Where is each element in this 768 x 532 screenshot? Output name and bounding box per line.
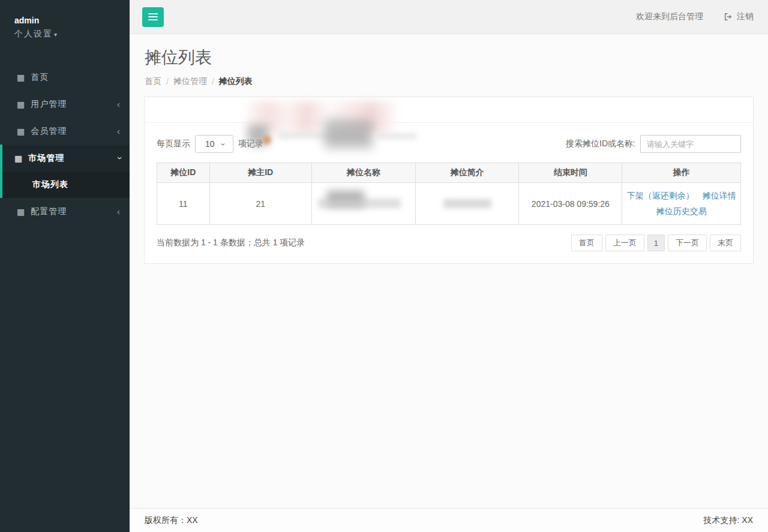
stall-table: 摊位ID 摊主ID 摊位名称 摊位简介 结束时间 操作 11 2 xyxy=(157,163,741,225)
caret-down-icon: ▾ xyxy=(54,31,57,38)
per-page-prefix: 每页显示 xyxy=(157,139,190,149)
breadcrumb: 首页 / 摊位管理 / 摊位列表 xyxy=(145,76,754,87)
top-navbar: 欢迎来到后台管理 注销 xyxy=(130,0,768,34)
logout-button[interactable]: 注销 xyxy=(724,11,754,22)
welcome-text: 欢迎来到后台管理 xyxy=(636,11,703,22)
cell-actions: 下架（返还剩余）摊位详情 摊位历史交易 xyxy=(622,183,741,225)
pagination-last-button[interactable]: 末页 xyxy=(710,235,741,251)
col-header-actions: 操作 xyxy=(622,163,741,183)
user-panel: admin 个人设置▾ xyxy=(0,0,130,46)
page-title: 摊位列表 xyxy=(145,46,754,69)
chevron-left-icon: ‹ xyxy=(117,99,120,109)
table-header-row: 摊位ID 摊主ID 摊位名称 摊位简介 结束时间 操作 xyxy=(157,163,741,183)
user-settings-label: 个人设置 xyxy=(14,29,53,38)
sidebar-item-label: 首页 xyxy=(31,72,120,83)
grid-icon: ▦ xyxy=(17,73,25,82)
sidebar-item-config-management[interactable]: ▦ 配置管理 ‹ xyxy=(0,198,130,225)
support-text: 技术支持: XX xyxy=(704,515,753,526)
sidebar-item-user-management[interactable]: ▦ 用户管理 ‹ xyxy=(0,91,130,118)
grid-icon: ▦ xyxy=(17,207,25,217)
main-area: 欢迎来到后台管理 注销 摊位列表 首页 / 摊位管理 / 摊位列 xyxy=(130,0,768,532)
sidebar: admin 个人设置▾ ▦ 首页 ▦ 用户管理 ‹ ▦ 会员管理 ‹ ▦ xyxy=(0,0,130,532)
sidebar-item-member-management[interactable]: ▦ 会员管理 ‹ xyxy=(0,118,130,145)
action-history-link[interactable]: 摊位历史交易 xyxy=(656,206,707,216)
pagination-prev-button[interactable]: 上一页 xyxy=(605,235,644,251)
page-footer: 版权所有：XX 技术支持: XX xyxy=(130,508,768,532)
sidebar-toggle-button[interactable] xyxy=(142,7,164,27)
page-content: 摊位列表 首页 / 摊位管理 / 摊位列表 xyxy=(130,34,768,508)
chevron-down-icon: ‹ xyxy=(113,157,124,160)
grid-icon: ▦ xyxy=(17,127,25,136)
col-header-stall-name: 摊位名称 xyxy=(311,163,415,183)
pagination-first-button[interactable]: 首页 xyxy=(571,235,602,251)
sidebar-item-label: 市场列表 xyxy=(32,179,120,190)
sidebar-submenu: 市场列表 xyxy=(2,172,130,198)
search-label: 搜索摊位ID或名称: xyxy=(566,139,635,149)
stall-list-card: 每页显示 10 ‹ 项记录 搜索摊位ID或名称: xyxy=(144,97,754,264)
per-page-control: 每页显示 10 ‹ 项记录 xyxy=(157,135,263,153)
chevron-down-icon: ‹ xyxy=(217,143,226,145)
breadcrumb-separator: / xyxy=(212,77,214,86)
sidebar-item-label: 用户管理 xyxy=(31,99,117,110)
per-page-select[interactable]: 10 ‹ xyxy=(195,135,233,153)
pagination-next-button[interactable]: 下一页 xyxy=(668,235,707,251)
user-settings-dropdown[interactable]: 个人设置▾ xyxy=(14,29,130,40)
censored-blur xyxy=(327,191,364,207)
table-toolbar: 每页显示 10 ‹ 项记录 搜索摊位ID或名称: xyxy=(157,135,741,153)
table-footer: 当前数据为 1 - 1 条数据；总共 1 项记录 首页 上一页 1 下一页 末页 xyxy=(157,235,741,251)
side-menu: ▦ 首页 ▦ 用户管理 ‹ ▦ 会员管理 ‹ ▦ 市场管理 ‹ xyxy=(0,64,130,225)
pagination-page-1-button[interactable]: 1 xyxy=(647,235,665,251)
pagination: 首页 上一页 1 下一页 末页 xyxy=(571,235,741,251)
chevron-left-icon: ‹ xyxy=(117,206,120,217)
action-stall-detail-link[interactable]: 摊位详情 xyxy=(703,191,736,200)
sidebar-item-label: 会员管理 xyxy=(31,126,117,137)
sidebar-item-market-list[interactable]: 市场列表 xyxy=(2,172,130,198)
sidebar-active-section: ▦ 市场管理 ‹ 市场列表 xyxy=(0,145,130,198)
grid-icon: ▦ xyxy=(14,154,22,163)
records-summary: 当前数据为 1 - 1 条数据；总共 1 项记录 xyxy=(157,238,305,248)
sidebar-item-label: 市场管理 xyxy=(28,153,117,164)
col-header-owner-id: 摊主ID xyxy=(209,163,311,183)
sign-out-icon xyxy=(724,13,733,21)
logout-label: 注销 xyxy=(737,11,754,22)
chevron-left-icon: ‹ xyxy=(117,126,120,136)
cell-stall-id: 11 xyxy=(157,183,210,225)
card-header xyxy=(145,97,753,123)
breadcrumb-current: 摊位列表 xyxy=(219,76,253,87)
copyright-text: 版权所有：XX xyxy=(145,515,198,526)
page-header: 摊位列表 首页 / 摊位管理 / 摊位列表 xyxy=(130,34,768,87)
censored-blur xyxy=(318,199,401,208)
table-row: 11 21 2021-03-08 09:59:26 xyxy=(157,183,741,225)
per-page-suffix: 项记录 xyxy=(238,139,263,149)
navbar-right: 欢迎来到后台管理 注销 xyxy=(636,11,754,22)
sidebar-item-home[interactable]: ▦ 首页 xyxy=(0,64,130,91)
search-control: 搜索摊位ID或名称: xyxy=(566,135,741,153)
breadcrumb-separator: / xyxy=(166,77,169,86)
sidebar-item-label: 配置管理 xyxy=(31,206,117,217)
cell-end-time: 2021-03-08 09:59:26 xyxy=(519,183,622,225)
cell-stall-intro xyxy=(416,183,519,225)
col-header-stall-id: 摊位ID xyxy=(157,163,210,183)
grid-icon: ▦ xyxy=(17,100,25,109)
per-page-value: 10 xyxy=(205,139,215,149)
username: admin xyxy=(14,16,130,25)
cell-stall-name xyxy=(311,183,415,225)
search-input[interactable] xyxy=(640,135,741,153)
breadcrumb-home[interactable]: 首页 xyxy=(145,76,161,87)
cell-owner-id: 21 xyxy=(209,183,311,225)
col-header-end-time: 结束时间 xyxy=(519,163,622,183)
action-take-down-link[interactable]: 下架（返还剩余） xyxy=(627,191,694,200)
breadcrumb-stall-management[interactable]: 摊位管理 xyxy=(173,76,207,87)
col-header-stall-intro: 摊位简介 xyxy=(416,163,519,183)
admin-app: admin 个人设置▾ ▦ 首页 ▦ 用户管理 ‹ ▦ 会员管理 ‹ ▦ xyxy=(0,0,768,532)
censored-blur xyxy=(443,199,491,208)
sidebar-item-market-management[interactable]: ▦ 市场管理 ‹ xyxy=(2,145,130,172)
card-body: 每页显示 10 ‹ 项记录 搜索摊位ID或名称: xyxy=(145,123,753,263)
